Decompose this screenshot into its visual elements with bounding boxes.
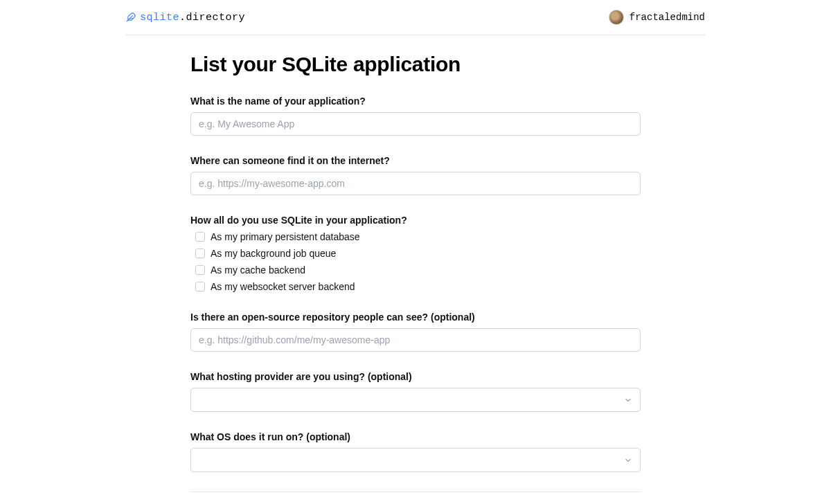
logo-link[interactable]: sqlite.directory: [126, 12, 245, 24]
checkbox-label[interactable]: As my background job queue: [211, 248, 336, 259]
select-hosting[interactable]: [190, 388, 641, 412]
field-name: What is the name of your application?: [190, 96, 641, 136]
select-wrap-hosting: [190, 388, 641, 412]
logo-text: sqlite.directory: [140, 12, 245, 24]
checkbox-label[interactable]: As my cache backend: [211, 264, 305, 276]
user-link[interactable]: fractaledmind: [609, 10, 705, 25]
input-name[interactable]: [190, 112, 641, 136]
feather-icon: [126, 12, 136, 22]
checkbox-primary-db[interactable]: [195, 232, 205, 242]
checkbox-row-job-queue: As my background job queue: [195, 248, 641, 259]
username: fractaledmind: [629, 12, 705, 23]
checkbox-label[interactable]: As my primary persistent database: [211, 231, 360, 242]
label-name: What is the name of your application?: [190, 96, 641, 107]
label-os: What OS does it run on? (optional): [190, 431, 641, 442]
avatar: [609, 10, 624, 25]
checkbox-row-primary-db: As my primary persistent database: [195, 231, 641, 242]
checkbox-websocket[interactable]: [195, 282, 205, 291]
label-url: Where can someone find it on the interne…: [190, 155, 641, 166]
label-repo: Is there an open-source repository peopl…: [190, 312, 641, 323]
label-usage: How all do you use SQLite in your applic…: [190, 215, 641, 226]
field-os: What OS does it run on? (optional): [190, 431, 641, 472]
checkbox-cache[interactable]: [195, 265, 205, 275]
field-url: Where can someone find it on the interne…: [190, 155, 641, 195]
field-usage: How all do you use SQLite in your applic…: [190, 215, 641, 292]
field-hosting: What hosting provider are you using? (op…: [190, 371, 641, 412]
checkbox-job-queue[interactable]: [195, 249, 205, 258]
input-url[interactable]: [190, 172, 641, 195]
main-content: List your SQLite application What is the…: [190, 35, 641, 504]
checkbox-label[interactable]: As my websocket server backend: [211, 281, 355, 292]
usage-checkbox-group: As my primary persistent database As my …: [190, 231, 641, 292]
checkbox-row-websocket: As my websocket server backend: [195, 281, 641, 292]
header: sqlite.directory fractaledmind: [126, 0, 705, 35]
label-hosting: What hosting provider are you using? (op…: [190, 371, 641, 382]
checkbox-row-cache: As my cache backend: [195, 264, 641, 276]
field-repo: Is there an open-source repository peopl…: [190, 312, 641, 352]
select-os[interactable]: [190, 448, 641, 472]
form-divider: [190, 492, 641, 492]
input-repo[interactable]: [190, 328, 641, 352]
select-wrap-os: [190, 448, 641, 472]
page-title: List your SQLite application: [190, 53, 641, 76]
